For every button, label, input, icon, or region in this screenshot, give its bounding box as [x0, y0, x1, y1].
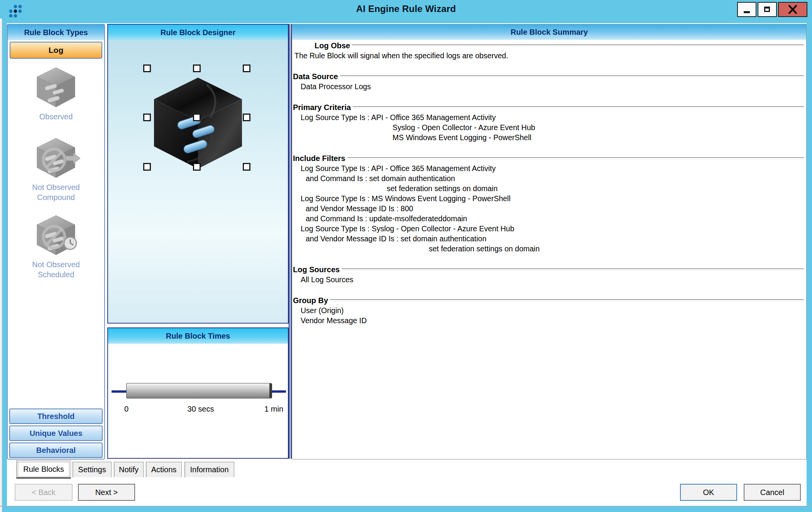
section-divider-line [353, 106, 804, 109]
selection-handle[interactable] [193, 114, 201, 121]
summary-section-heading: Log Sources [293, 264, 805, 275]
section-divider-line [330, 299, 804, 302]
summary-section-heading: Group By [293, 295, 805, 305]
summary-line: Data Processor Logs [293, 81, 805, 92]
dialog-frame: AI Engine Rule Wizard Rule Block Types L… [0, 0, 812, 512]
type-label: Observed [8, 112, 104, 122]
rule-block-summary-body: Log ObseThe Rule Block will signal when … [293, 40, 805, 458]
summary-section-title: Primary Criteria [293, 103, 351, 112]
selection-handle[interactable] [143, 64, 151, 72]
rule-block-summary-panel: Rule Block Summary Log ObseThe Rule Bloc… [292, 24, 807, 459]
screen-edge-sliver [0, 0, 2, 512]
rule-block-type-not-observed-scheduled[interactable]: Not ObservedScheduled [8, 209, 104, 280]
observed-cube-icon[interactable] [30, 61, 82, 112]
unique-values-type-button[interactable]: Unique Values [9, 426, 103, 441]
section-divider-line [347, 157, 804, 159]
rule-block-types-header: Rule Block Types [8, 25, 104, 40]
summary-section-title: Log Sources [293, 265, 340, 274]
rule-block-type-observed[interactable]: Observed [8, 61, 104, 122]
summary-section-data-source: Data SourceData Processor Logs [293, 71, 805, 92]
close-icon [779, 3, 807, 16]
summary-section-log-sources: Log SourcesAll Log Sources [293, 264, 805, 285]
title-bar[interactable]: AI Engine Rule Wizard [0, 0, 812, 19]
summary-line: and Vendor Message ID Is : 800 [293, 203, 805, 214]
type-label: Scheduled [8, 270, 104, 280]
summary-line: User (Origin) [293, 305, 805, 315]
summary-line: set federation settings on domain [293, 183, 805, 193]
rule-block-summary-header: Rule Block Summary [292, 24, 806, 40]
tab-actions[interactable]: Actions [146, 462, 182, 477]
selection-handle[interactable] [143, 114, 151, 121]
selection-handle[interactable] [243, 114, 250, 121]
summary-line: Log Source Type Is : API - Office 365 Ma… [293, 112, 805, 122]
rule-block-times-panel: Rule Block Times 0 30 secs 1 min [107, 327, 289, 459]
not-observed-compound-cube-icon[interactable] [30, 132, 82, 182]
tab-rule-blocks[interactable]: Rule Blocks [16, 460, 71, 479]
summary-section-title: Include Filters [293, 154, 345, 163]
selection-handle[interactable] [243, 163, 250, 171]
summary-line: The Rule Block will signal when the spec… [293, 51, 805, 61]
panel-splitter[interactable] [289, 24, 292, 459]
next-button[interactable]: Next > [78, 484, 135, 501]
rule-block-times-header: Rule Block Times [108, 328, 288, 344]
window-title: AI Engine Rule Wizard [0, 3, 812, 14]
window-controls [736, 2, 807, 17]
summary-line: Log Source Type Is : Syslog - Open Colle… [293, 224, 805, 234]
summary-section-title: Data Source [293, 72, 338, 81]
back-button[interactable]: < Back [15, 484, 73, 501]
type-label: Compound [8, 192, 104, 202]
summary-section-title: Log Obse [315, 41, 350, 50]
summary-section-title: Group By [293, 296, 328, 305]
rule-block-type-not-observed-compound[interactable]: Not ObservedCompound [8, 132, 104, 202]
rule-block-designer-header: Rule Block Designer [108, 25, 288, 40]
threshold-type-button[interactable]: Threshold [9, 409, 103, 424]
designer-canvas[interactable] [108, 40, 288, 323]
summary-line: and Command Is : set domain authenticati… [293, 173, 805, 183]
maximize-icon [764, 7, 770, 12]
close-button[interactable] [778, 2, 807, 17]
summary-section-heading: Data Source [293, 71, 805, 81]
summary-line: set federation settings on domain [293, 244, 805, 254]
summary-section-primary-criteria: Primary CriteriaLog Source Type Is : API… [293, 102, 805, 142]
selected-log-block-cube-icon[interactable] [149, 73, 247, 172]
summary-section-heading: Include Filters [293, 153, 805, 163]
not-observed-scheduled-cube-icon[interactable] [30, 209, 82, 259]
tab-notify[interactable]: Notify [114, 462, 144, 477]
summary-line: All Log Sources [293, 275, 805, 285]
summary-section-heading: Primary Criteria [293, 102, 805, 112]
ok-button[interactable]: OK [680, 484, 737, 501]
minimize-button[interactable] [737, 2, 756, 17]
rule-block-designer-panel: Rule Block Designer [107, 24, 289, 324]
tick-label-30secs: 30 secs [170, 405, 232, 414]
time-slider-range-bar[interactable] [126, 383, 272, 398]
cancel-button[interactable]: Cancel [744, 484, 801, 501]
section-divider-line [342, 268, 804, 271]
type-label: Not Observed [8, 182, 104, 192]
selection-handle[interactable] [243, 64, 250, 72]
behavioral-type-button[interactable]: Behavioral [9, 442, 103, 458]
summary-line: MS Windows Event Logging - PowerShell [293, 132, 805, 142]
minimize-icon [744, 11, 750, 13]
tab-information[interactable]: Information [184, 462, 234, 477]
section-divider-line [352, 44, 804, 47]
rule-block-types-panel: Rule Block Types Log Observed Not Observ… [7, 24, 105, 459]
selection-handle[interactable] [143, 163, 151, 171]
summary-line: and Vendor Message ID Is : set domain au… [293, 234, 805, 244]
bottom-border-line [0, 506, 812, 507]
summary-section-include-filters: Include FiltersLog Source Type Is : API … [293, 153, 805, 254]
summary-section-heading: Log Obse [293, 41, 805, 51]
summary-section-group-by: Group ByUser (Origin)Vendor Message ID [293, 295, 805, 326]
selection-handle[interactable] [193, 163, 201, 171]
type-label: Not Observed [8, 259, 104, 270]
maximize-button[interactable] [758, 2, 777, 17]
tab-settings[interactable]: Settings [73, 462, 112, 477]
tick-label-zero: 0 [124, 405, 129, 414]
wizard-tab-strip: Rule BlocksSettingsNotifyActionsInformat… [7, 459, 807, 480]
tick-label-1min: 1 min [252, 405, 283, 414]
summary-line: Log Source Type Is : API - Office 365 Ma… [293, 163, 805, 173]
log-type-button[interactable]: Log [10, 42, 102, 59]
section-divider-line [340, 75, 804, 78]
selection-handle[interactable] [193, 64, 201, 72]
summary-line: Syslog - Open Collector - Azure Event Hu… [293, 122, 805, 132]
summary-line: Vendor Message ID [293, 315, 805, 326]
